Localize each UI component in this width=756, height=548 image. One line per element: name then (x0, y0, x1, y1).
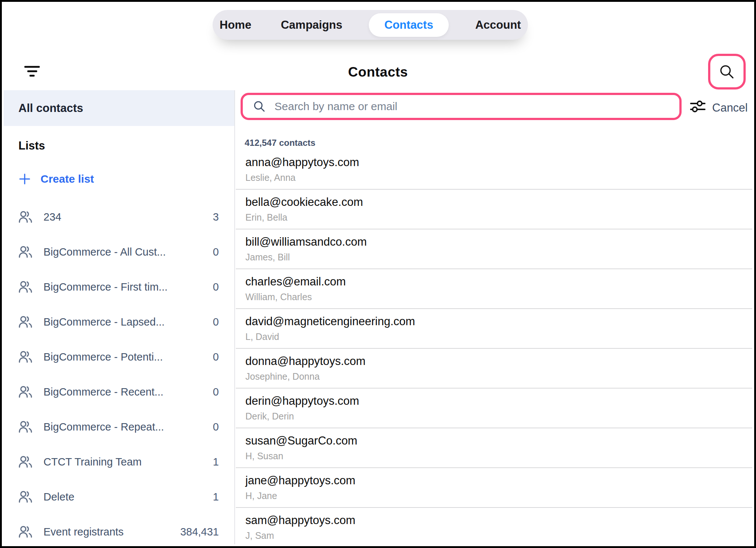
search-icon (718, 63, 736, 81)
list-count: 0 (213, 316, 219, 328)
app-window: Home Campaigns Contacts Account Contacts (0, 0, 756, 548)
contact-email: donna@happytoys.com (245, 355, 752, 368)
contact-email: bella@cookiecake.com (245, 196, 752, 209)
contacts-list: 412,547 contacts anna@happytoys.com Lesl… (236, 137, 752, 548)
list-name: BigCommerce - Repeat... (43, 421, 203, 433)
contact-row[interactable]: david@magneticengineering.com L, David (236, 309, 752, 349)
people-icon (18, 210, 33, 225)
create-list-button[interactable]: Create list (18, 172, 234, 186)
list-item[interactable]: Delete 1 (4, 480, 234, 514)
list-item[interactable]: BigCommerce - Repeat... 0 (4, 410, 234, 445)
search-icon (252, 99, 266, 113)
contact-row[interactable]: donna@happytoys.com Josephine, Donna (236, 349, 752, 389)
list-count: 3 (213, 211, 219, 223)
top-nav: Home Campaigns Contacts Account (213, 10, 528, 40)
contact-row[interactable]: bella@cookiecake.com Erin, Bella (236, 190, 752, 229)
list-count: 1 (213, 456, 219, 468)
list-item[interactable]: Event registrants 384,431 (4, 514, 234, 548)
search-bar (241, 93, 682, 120)
search-input[interactable] (274, 100, 671, 113)
list-count: 384,431 (180, 526, 219, 538)
list-name: BigCommerce - Lapsed... (43, 316, 203, 328)
list-item[interactable]: BigCommerce - Lapsed... 0 (4, 305, 234, 340)
list-name: BigCommerce - Potenti... (43, 351, 203, 363)
plus-icon (18, 173, 31, 185)
contact-lists: 234 3 BigCommerce - All Cust... 0 BigCom… (4, 200, 234, 548)
list-count: 0 (213, 386, 219, 398)
sidebar-item-all-contacts[interactable]: All contacts (4, 90, 234, 126)
cancel-button[interactable]: Cancel (712, 101, 748, 115)
contact-row[interactable]: susan@SugarCo.com H, Susan (236, 428, 752, 468)
list-item[interactable]: BigCommerce - All Cust... 0 (4, 235, 234, 270)
contact-row[interactable]: anna@happytoys.com Leslie, Anna (236, 150, 752, 190)
contact-name: L, David (245, 331, 752, 342)
people-icon (18, 524, 33, 540)
list-item[interactable]: 234 3 (4, 200, 234, 235)
list-count: 0 (213, 281, 219, 293)
contact-row[interactable]: charles@email.com William, Charles (236, 269, 752, 309)
list-count: 0 (213, 351, 219, 363)
contact-row[interactable]: sam@happytoys.com J, Sam (236, 508, 752, 548)
list-count: 0 (213, 421, 219, 433)
contact-email: susan@SugarCo.com (245, 434, 752, 447)
contact-row[interactable]: bill@williamsandco.com James, Bill (236, 229, 752, 269)
people-icon (18, 454, 33, 470)
sidebar: All contacts Lists Create list 234 3 Big… (4, 90, 235, 544)
people-icon (18, 315, 33, 330)
contact-name: Erin, Bella (245, 212, 752, 223)
contact-email: jane@happytoys.com (245, 474, 752, 487)
tab-contacts[interactable]: Contacts (369, 13, 449, 37)
list-item[interactable]: BigCommerce - Recent... 0 (4, 375, 234, 410)
contact-row[interactable]: jane@happytoys.com H, Jane (236, 468, 752, 508)
contact-email: sam@happytoys.com (245, 514, 752, 527)
contact-name: James, Bill (245, 252, 752, 263)
contact-row[interactable]: derin@happytoys.com Derik, Derin (236, 389, 752, 428)
list-name: BigCommerce - Recent... (43, 386, 203, 398)
lists-heading: Lists (18, 139, 234, 152)
create-list-label: Create list (41, 173, 94, 185)
list-name: Delete (43, 491, 203, 503)
people-icon (18, 280, 33, 295)
list-item[interactable]: BigCommerce - Potenti... 0 (4, 340, 234, 375)
list-count: 1 (213, 491, 219, 503)
contact-email: bill@williamsandco.com (245, 235, 752, 249)
contact-name: H, Susan (245, 451, 752, 461)
contact-name: J, Sam (245, 530, 752, 541)
list-name: CTCT Training Team (43, 456, 203, 468)
contact-name: Derik, Derin (245, 411, 752, 422)
people-icon (18, 489, 33, 505)
filter-sliders-icon[interactable] (689, 98, 706, 115)
list-name: BigCommerce - All Cust... (43, 246, 203, 258)
list-item[interactable]: BigCommerce - First tim... 0 (4, 270, 234, 305)
contacts-count: 412,547 contacts (236, 137, 752, 148)
list-count: 0 (213, 246, 219, 258)
contact-email: derin@happytoys.com (245, 394, 752, 408)
contact-email: david@magneticengineering.com (245, 315, 752, 328)
contact-name: H, Jane (245, 491, 752, 501)
list-name: BigCommerce - First tim... (43, 281, 203, 293)
list-name: Event registrants (43, 526, 170, 538)
contact-name: William, Charles (245, 292, 752, 302)
page-title: Contacts (2, 64, 754, 80)
contact-name: Josephine, Donna (245, 371, 752, 382)
search-button[interactable] (708, 54, 746, 89)
list-item[interactable]: CTCT Training Team 1 (4, 445, 234, 480)
contact-email: anna@happytoys.com (245, 156, 752, 169)
contact-email: charles@email.com (245, 275, 752, 288)
tab-account[interactable]: Account (472, 18, 524, 32)
tab-campaigns[interactable]: Campaigns (278, 18, 345, 32)
contact-name: Leslie, Anna (245, 172, 752, 183)
people-icon (18, 245, 33, 260)
tab-home[interactable]: Home (217, 18, 254, 32)
people-icon (18, 349, 33, 365)
list-name: 234 (43, 211, 203, 223)
people-icon (18, 419, 33, 435)
people-icon (18, 384, 33, 400)
